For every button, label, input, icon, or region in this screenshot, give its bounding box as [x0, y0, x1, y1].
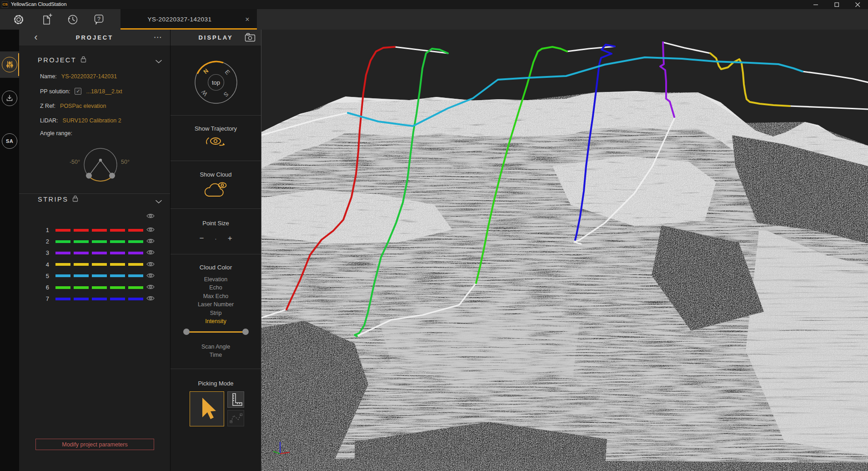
- strip-number: 1: [43, 227, 49, 233]
- project-collapse-chevron[interactable]: [155, 58, 165, 65]
- picking-mode-cursor-button[interactable]: [190, 391, 224, 426]
- strip-number: 4: [43, 261, 49, 268]
- field-lidar: LiDAR: SURV120 Calibration 2: [40, 117, 121, 124]
- strip-visibility-eye-icon[interactable]: [146, 261, 155, 267]
- project-section-title: PROJECT: [38, 56, 86, 64]
- strip-visibility-eye-icon[interactable]: [146, 249, 155, 255]
- strip-number: 5: [43, 273, 49, 279]
- strip-visibility-eye-icon[interactable]: [146, 272, 155, 279]
- tail-cyan-right: [803, 71, 868, 82]
- cloud-color-option-laser-number[interactable]: Laser Number: [171, 300, 261, 309]
- compass-top-label: top: [212, 79, 220, 86]
- strips-filter-icon: [2, 57, 17, 72]
- new-project-button[interactable]: [40, 12, 54, 27]
- strip-number: 3: [43, 249, 49, 256]
- viewport-canvas[interactable]: [261, 30, 868, 471]
- strip-row-3: 3: [19, 247, 170, 258]
- strip-color-bar: [55, 240, 143, 243]
- rail-item-export[interactable]: [0, 85, 19, 111]
- svg-text:?: ?: [97, 16, 100, 22]
- help-button[interactable]: ?: [92, 12, 106, 27]
- picking-mode-measure-button[interactable]: [227, 391, 244, 408]
- show-cloud-toggle-icon[interactable]: [203, 180, 230, 198]
- show-trajectory-toggle-icon[interactable]: [203, 134, 229, 151]
- picking-mode-profile-button[interactable]: [227, 410, 244, 426]
- slider-handle-max[interactable]: [242, 329, 249, 335]
- strip-visibility-eye-icon[interactable]: [146, 238, 155, 244]
- divider: [171, 208, 261, 209]
- divider: [171, 161, 261, 161]
- angle-handle-right[interactable]: [109, 173, 115, 179]
- strip-number: 6: [43, 284, 49, 291]
- cloud-color-options-secondary: Scan AngleTime: [171, 343, 261, 360]
- strip-row-1: 1: [19, 224, 170, 236]
- title-bar: CS YellowScan CloudStation: [0, 0, 868, 9]
- pp-solution-checkbox[interactable]: ✓: [75, 88, 81, 95]
- strip-color-bar: [55, 274, 143, 277]
- point-size-increase-button[interactable]: +: [228, 234, 232, 243]
- panel-menu-button[interactable]: ⋯: [152, 31, 164, 43]
- angle-min-label: -50°: [66, 159, 80, 165]
- terrain-point-cloud: [261, 91, 868, 471]
- collapse-panel-button[interactable]: ‹: [30, 31, 42, 43]
- pp-solution-file-link[interactable]: ...18/18__2.txt: [86, 88, 122, 95]
- strips-global-eye-icon[interactable]: [146, 213, 155, 219]
- display-panel: DISPLAY top N E S W Show Trajectory Show…: [171, 30, 261, 471]
- cloud-color-options: ElevationEchoMax EchoLaser NumberStripIn…: [171, 275, 261, 325]
- divider: [171, 369, 261, 369]
- slider-handle-min[interactable]: [183, 329, 190, 335]
- angle-range-dial[interactable]: [82, 144, 120, 183]
- cloud-color-option-elevation[interactable]: Elevation: [171, 275, 261, 284]
- tail-yellow-right: [790, 106, 868, 109]
- user-avatar: SA: [6, 138, 13, 144]
- screenshot-camera-button[interactable]: [245, 32, 256, 42]
- strips-collapse-chevron[interactable]: [155, 198, 165, 205]
- point-size-controls: − · +: [171, 234, 261, 243]
- cloud-color-option-intensity[interactable]: Intensity: [171, 317, 261, 325]
- angle-handle-left[interactable]: [86, 173, 92, 179]
- strip-visibility-eye-icon[interactable]: [146, 295, 155, 301]
- export-icon: [2, 91, 17, 106]
- cloud-color-option-scan-angle[interactable]: Scan Angle: [171, 343, 261, 351]
- strip-visibility-eye-icon[interactable]: [146, 284, 155, 290]
- compass-e: E: [224, 68, 231, 76]
- tab-close-icon[interactable]: ×: [242, 15, 252, 25]
- point-size-label: Point Size: [171, 220, 261, 227]
- strips-section-title: STRIPS: [38, 195, 78, 203]
- app-title: YellowScan CloudStation: [11, 1, 67, 7]
- show-cloud-label: Show Cloud: [171, 171, 261, 178]
- divider: [171, 254, 261, 254]
- project-name-value: YS-20220327-142031: [61, 73, 117, 80]
- left-icon-rail: SA: [0, 30, 19, 471]
- strip-row-7: 7: [19, 293, 170, 304]
- project-tab[interactable]: YS-20220327-142031 ×: [120, 9, 257, 30]
- cloud-color-option-time[interactable]: Time: [171, 351, 261, 359]
- cursor-arrow-icon: [190, 392, 224, 426]
- rail-item-user[interactable]: SA: [0, 128, 19, 154]
- field-angle-range: Angle range:: [40, 130, 72, 137]
- field-name: Name: YS-20220327-142031: [40, 73, 117, 80]
- strip-row-2: 2: [19, 236, 170, 247]
- lock-icon: [80, 56, 86, 64]
- rail-item-strips-filter[interactable]: [0, 51, 19, 78]
- show-trajectory-label: Show Trajectory: [171, 125, 261, 132]
- cloud-color-option-max-echo[interactable]: Max Echo: [171, 292, 261, 300]
- point-size-decrease-button[interactable]: −: [199, 234, 204, 243]
- strip-color-bar: [55, 298, 143, 300]
- z-ref-value[interactable]: POSPac elevation: [60, 103, 106, 109]
- history-button[interactable]: [65, 12, 80, 27]
- divider: [19, 193, 170, 194]
- modify-project-parameters-button[interactable]: Modify project parameters: [35, 439, 154, 450]
- minimize-button[interactable]: [805, 0, 826, 9]
- lidar-value[interactable]: SURV120 Calibration 2: [63, 117, 121, 124]
- cloud-color-option-strip[interactable]: Strip: [171, 309, 261, 317]
- close-button[interactable]: [847, 0, 868, 9]
- settings-button[interactable]: [11, 12, 26, 27]
- terrain-grain: [261, 92, 868, 471]
- point-cloud-viewport[interactable]: [261, 30, 868, 471]
- compass-widget[interactable]: top N E S W: [193, 60, 239, 105]
- maximize-button[interactable]: [826, 0, 847, 9]
- strip-visibility-eye-icon[interactable]: [146, 226, 155, 233]
- cloud-color-option-echo[interactable]: Echo: [171, 284, 261, 292]
- lock-icon: [72, 195, 78, 203]
